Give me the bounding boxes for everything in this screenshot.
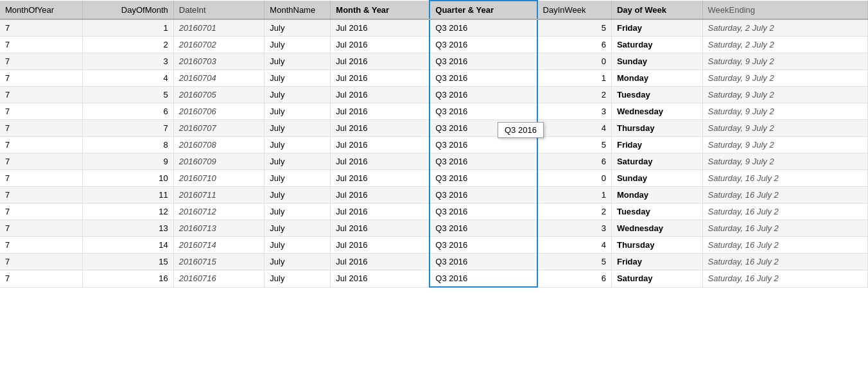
cell-weekEnding: Saturday, 16 July 2 <box>702 170 867 187</box>
cell-weekEnding: Saturday, 9 July 2 <box>702 103 867 120</box>
cell-monthName: July <box>265 137 331 153</box>
cell-quarterYear: Q3 2016 <box>430 19 537 37</box>
table-row[interactable]: 7720160707JulyJul 2016Q3 20164ThursdaySa… <box>0 120 868 137</box>
cell-dateInt: 20160706 <box>173 103 265 120</box>
cell-monthYear: Jul 2016 <box>331 70 430 87</box>
cell-monthName: July <box>265 87 331 103</box>
cell-monthName: July <box>265 220 331 237</box>
cell-monthName: July <box>265 170 331 187</box>
cell-dayInWeek: 1 <box>537 70 612 87</box>
cell-dayOfWeek: Saturday <box>611 153 702 170</box>
table-row[interactable]: 7520160705JulyJul 2016Q3 20162TuesdaySat… <box>0 87 868 103</box>
cell-dayOfMonth: 1 <box>83 19 174 37</box>
cell-dayOfMonth: 4 <box>83 70 174 87</box>
cell-dayOfWeek: Friday <box>611 254 702 270</box>
cell-monthYear: Jul 2016 <box>331 220 430 237</box>
cell-monthYear: Jul 2016 <box>331 237 430 254</box>
cell-dayOfMonth: 11 <box>83 187 174 204</box>
cell-dayOfMonth: 15 <box>83 254 174 270</box>
cell-quarterYear: Q3 2016 <box>430 220 537 237</box>
cell-weekEnding: Saturday, 16 July 2 <box>702 270 867 288</box>
cell-quarterYear: Q3 2016 <box>430 137 537 153</box>
cell-quarterYear: Q3 2016 <box>430 204 537 220</box>
table-row[interactable]: 7420160704JulyJul 2016Q3 20161MondaySatu… <box>0 70 868 87</box>
table-row[interactable]: 71220160712JulyJul 2016Q3 20162TuesdaySa… <box>0 204 868 220</box>
cell-dayOfMonth: 5 <box>83 87 174 103</box>
cell-dateInt: 20160705 <box>173 87 265 103</box>
cell-monthName: July <box>265 270 331 288</box>
cell-dayOfWeek: Thursday <box>611 120 702 137</box>
cell-dayOfWeek: Wednesday <box>611 103 702 120</box>
cell-quarterYear: Q3 2016 <box>430 270 537 288</box>
cell-monthOfYear: 7 <box>0 220 83 237</box>
cell-weekEnding: Saturday, 16 July 2 <box>702 254 867 270</box>
cell-dayInWeek: 3 <box>537 220 612 237</box>
cell-dayOfWeek: Thursday <box>611 237 702 254</box>
cell-dayOfWeek: Sunday <box>611 53 702 70</box>
cell-monthYear: Jul 2016 <box>331 53 430 70</box>
cell-quarterYear: Q3 2016 <box>430 170 537 187</box>
header-weekEnding: WeekEnding <box>702 1 867 19</box>
table-row[interactable]: 7220160702JulyJul 2016Q3 20166SaturdaySa… <box>0 37 868 53</box>
cell-monthYear: Jul 2016 <box>331 187 430 204</box>
table-row[interactable]: 71120160711JulyJul 2016Q3 20161MondaySat… <box>0 187 868 204</box>
cell-monthOfYear: 7 <box>0 170 83 187</box>
cell-dateInt: 20160701 <box>173 19 265 37</box>
cell-dateInt: 20160710 <box>173 170 265 187</box>
table-row[interactable]: 7120160701JulyJul 2016Q3 20165FridaySatu… <box>0 19 868 37</box>
table-row[interactable]: 71020160710JulyJul 2016Q3 20160SundaySat… <box>0 170 868 187</box>
cell-monthOfYear: 7 <box>0 70 83 87</box>
cell-dayOfWeek: Friday <box>611 137 702 153</box>
header-monthName: MonthName <box>265 1 331 19</box>
table-row[interactable]: 71320160713JulyJul 2016Q3 20163Wednesday… <box>0 220 868 237</box>
header-quarterYear: Quarter & Year <box>430 1 537 19</box>
table-row[interactable]: 7920160709JulyJul 2016Q3 20166SaturdaySa… <box>0 153 868 170</box>
cell-dayOfMonth: 8 <box>83 137 174 153</box>
cell-monthOfYear: 7 <box>0 137 83 153</box>
cell-dayOfWeek: Tuesday <box>611 87 702 103</box>
cell-dayInWeek: 2 <box>537 204 612 220</box>
table-row[interactable]: 71520160715JulyJul 2016Q3 20165FridaySat… <box>0 254 868 270</box>
cell-monthYear: Jul 2016 <box>331 103 430 120</box>
cell-monthName: July <box>265 19 331 37</box>
cell-dayInWeek: 6 <box>537 153 612 170</box>
cell-monthYear: Jul 2016 <box>331 87 430 103</box>
cell-dayInWeek: 5 <box>537 137 612 153</box>
cell-dayOfMonth: 10 <box>83 170 174 187</box>
cell-monthYear: Jul 2016 <box>331 270 430 288</box>
cell-dayOfMonth: 7 <box>83 120 174 137</box>
table-row[interactable]: 71420160714JulyJul 2016Q3 20164ThursdayS… <box>0 237 868 254</box>
cell-monthYear: Jul 2016 <box>331 153 430 170</box>
table-row[interactable]: 7820160708JulyJul 2016Q3 20165FridaySatu… <box>0 137 868 153</box>
table-row[interactable]: 7620160706JulyJul 2016Q3 20163WednesdayS… <box>0 103 868 120</box>
cell-dateInt: 20160715 <box>173 254 265 270</box>
cell-monthOfYear: 7 <box>0 237 83 254</box>
table-row[interactable]: 71620160716JulyJul 2016Q3 20166SaturdayS… <box>0 270 868 288</box>
cell-dayOfWeek: Monday <box>611 187 702 204</box>
cell-dateInt: 20160711 <box>173 187 265 204</box>
cell-dateInt: 20160713 <box>173 220 265 237</box>
cell-weekEnding: Saturday, 16 July 2 <box>702 220 867 237</box>
cell-quarterYear: Q3 2016 <box>430 187 537 204</box>
cell-monthName: July <box>265 153 331 170</box>
header-dayOfMonth: DayOfMonth <box>83 1 174 19</box>
cell-monthYear: Jul 2016 <box>331 170 430 187</box>
cell-weekEnding: Saturday, 16 July 2 <box>702 237 867 254</box>
cell-dayOfWeek: Friday <box>611 19 702 37</box>
cell-monthYear: Jul 2016 <box>331 254 430 270</box>
table-row[interactable]: 7320160703JulyJul 2016Q3 20160SundaySatu… <box>0 53 868 70</box>
cell-dateInt: 20160709 <box>173 153 265 170</box>
cell-dayOfMonth: 9 <box>83 153 174 170</box>
header-dayOfWeek: Day of Week <box>611 1 702 19</box>
cell-dayOfWeek: Monday <box>611 70 702 87</box>
cell-monthName: July <box>265 187 331 204</box>
cell-monthName: July <box>265 70 331 87</box>
cell-monthOfYear: 7 <box>0 187 83 204</box>
cell-dayOfMonth: 12 <box>83 204 174 220</box>
cell-dayInWeek: 0 <box>537 170 612 187</box>
cell-dateInt: 20160704 <box>173 70 265 87</box>
cell-weekEnding: Saturday, 9 July 2 <box>702 120 867 137</box>
cell-dayOfMonth: 6 <box>83 103 174 120</box>
cell-monthOfYear: 7 <box>0 204 83 220</box>
cell-weekEnding: Saturday, 9 July 2 <box>702 70 867 87</box>
